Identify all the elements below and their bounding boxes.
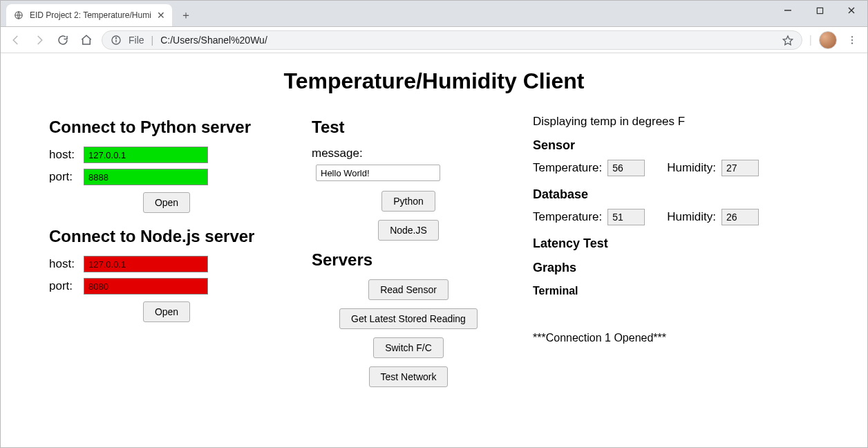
open-node-button[interactable]: Open — [143, 301, 190, 322]
graphs-heading: Graphs — [533, 261, 782, 275]
db-temp-value — [607, 209, 645, 225]
info-icon — [111, 35, 122, 46]
connection-column: Connect to Python server host: port: Ope… — [49, 115, 284, 336]
svg-marker-8 — [783, 36, 792, 45]
svg-point-11 — [851, 42, 853, 44]
python-port-input[interactable] — [84, 169, 208, 185]
home-button[interactable] — [78, 32, 95, 48]
close-icon[interactable]: ✕ — [157, 10, 165, 20]
node-host-label: host: — [49, 257, 79, 271]
reload-button[interactable] — [55, 32, 71, 48]
sensor-heading: Sensor — [533, 138, 782, 153]
connect-node-heading: Connect to Node.js server — [49, 227, 284, 246]
page-content: Temperature/Humidity Client Connect to P… — [1, 53, 867, 447]
node-port-label: port: — [49, 279, 79, 293]
open-python-button[interactable]: Open — [143, 192, 190, 213]
units-status: Displaying temp in degrees F — [533, 115, 782, 129]
test-heading: Test — [312, 118, 505, 137]
forward-button[interactable] — [31, 32, 48, 48]
titlebar: EID Project 2: Temperature/Humi ✕ ＋ — [1, 1, 867, 27]
menu-button[interactable] — [844, 32, 860, 48]
sensor-hum-value — [721, 160, 759, 176]
toolbar: File | C:/Users/Shanel%20Wu/ | — [1, 27, 867, 53]
get-latest-button[interactable]: Get Latest Stored Reading — [339, 308, 478, 329]
database-heading: Database — [533, 187, 782, 202]
tab-strip: EID Project 2: Temperature/Humi ✕ ＋ — [1, 4, 196, 26]
back-button[interactable] — [8, 32, 24, 48]
test-servers-column: Test message: Python Node.JS Servers Rea… — [312, 115, 505, 397]
svg-rect-2 — [817, 8, 822, 13]
close-window-button[interactable] — [836, 0, 867, 21]
url-protocol: File — [129, 35, 144, 46]
node-host-input[interactable] — [84, 256, 208, 272]
maximize-button[interactable] — [804, 0, 836, 21]
connect-python-heading: Connect to Python server — [49, 118, 284, 137]
browser-tab[interactable]: EID Project 2: Temperature/Humi ✕ — [6, 4, 172, 26]
url-path: C:/Users/Shanel%20Wu/ — [160, 35, 267, 46]
node-port-input[interactable] — [84, 278, 208, 295]
readings-column: Displaying temp in degrees F Sensor Temp… — [533, 115, 782, 344]
test-network-button[interactable]: Test Network — [369, 366, 449, 387]
db-hum-label: Humidity: — [667, 210, 716, 224]
plus-icon: ＋ — [180, 8, 191, 23]
new-tab-button[interactable]: ＋ — [176, 6, 196, 25]
read-sensor-button[interactable]: Read Sensor — [368, 279, 449, 300]
svg-point-7 — [115, 37, 116, 38]
python-host-label: host: — [49, 148, 79, 162]
minimize-button[interactable] — [772, 0, 804, 21]
python-host-input[interactable] — [84, 147, 208, 163]
address-bar[interactable]: File | C:/Users/Shanel%20Wu/ — [102, 30, 802, 50]
servers-heading: Servers — [312, 250, 505, 270]
message-label: message: — [312, 147, 505, 160]
sensor-temp-label: Temperature: — [533, 161, 602, 175]
avatar[interactable] — [819, 31, 837, 49]
tab-title: EID Project 2: Temperature/Humi — [30, 10, 151, 20]
bookmark-icon[interactable] — [782, 35, 793, 46]
message-input[interactable] — [316, 165, 440, 181]
db-hum-value — [721, 209, 759, 225]
test-nodejs-button[interactable]: Node.JS — [378, 220, 439, 241]
python-port-label: port: — [49, 170, 79, 184]
test-python-button[interactable]: Python — [381, 191, 435, 212]
window-controls — [772, 0, 867, 21]
browser-window: EID Project 2: Temperature/Humi ✕ ＋ — [0, 0, 868, 448]
svg-point-9 — [851, 36, 853, 37]
db-temp-label: Temperature: — [533, 210, 602, 224]
page-title: Temperature/Humidity Client — [15, 68, 853, 94]
sensor-hum-label: Humidity: — [667, 161, 716, 175]
switch-units-button[interactable]: Switch F/C — [373, 337, 444, 358]
latency-heading: Latency Test — [533, 236, 782, 251]
sensor-temp-value — [607, 160, 645, 176]
terminal-heading: Terminal — [533, 285, 782, 297]
globe-icon — [13, 10, 24, 21]
svg-point-10 — [851, 39, 853, 40]
terminal-output: ***Connection 1 Opened*** — [533, 332, 782, 344]
